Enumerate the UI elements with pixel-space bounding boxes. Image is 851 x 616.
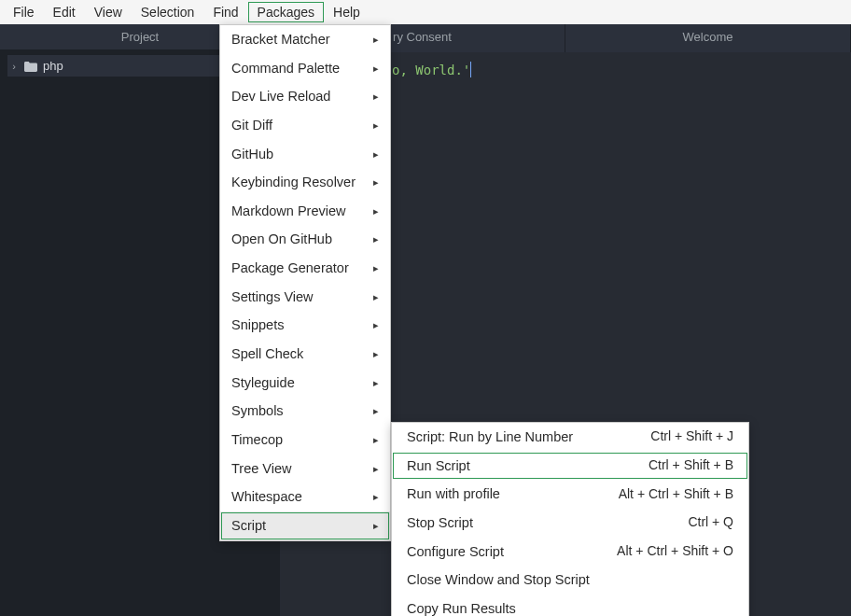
submenu-arrow-icon: ▸: [373, 231, 379, 248]
packages-item-git-diff[interactable]: Git Diff▸: [220, 111, 390, 140]
packages-item-symbols[interactable]: Symbols▸: [220, 397, 390, 426]
menu-item-label: Bracket Matcher: [231, 28, 330, 51]
submenu-arrow-icon: ▸: [373, 402, 379, 420]
text-cursor: [470, 62, 471, 77]
menu-item-label: Settings View: [231, 286, 314, 309]
packages-dropdown[interactable]: Bracket Matcher▸Command Palette▸Dev Live…: [219, 24, 391, 541]
menu-item-label: Snippets: [231, 314, 284, 337]
script-submenu[interactable]: Script: Run by Line NumberCtrl + Shift +…: [391, 422, 749, 616]
submenu-item-label: Script: Run by Line Number: [407, 426, 573, 449]
submenu-arrow-icon: ▸: [373, 60, 379, 77]
packages-item-timecop[interactable]: Timecop▸: [220, 426, 390, 455]
menu-item-label: Styleguide: [231, 371, 295, 395]
menu-item-label: Package Generator: [231, 257, 349, 280]
packages-item-spell-check[interactable]: Spell Check▸: [220, 340, 390, 369]
submenu-arrow-icon: ▸: [373, 146, 379, 163]
packages-item-whitespace[interactable]: Whitespace▸: [220, 483, 390, 511]
menubar-item-edit[interactable]: Edit: [44, 2, 85, 22]
menu-item-label: Whitespace: [231, 485, 302, 509]
menu-item-label: Symbols: [231, 399, 284, 423]
submenu-item-label: Stop Script: [407, 511, 473, 535]
menu-item-label: Markdown Preview: [231, 200, 346, 223]
menu-item-label: Git Diff: [231, 114, 272, 137]
keyboard-shortcut: Alt + Ctrl + Shift + B: [619, 483, 733, 506]
submenu-item-label: Configure Script: [407, 540, 504, 564]
menu-item-label: GitHub: [231, 143, 273, 166]
submenu-arrow-icon: ▸: [373, 345, 379, 363]
packages-item-github[interactable]: GitHub▸: [220, 140, 390, 169]
script-item-run-script[interactable]: Run ScriptCtrl + Shift + B: [392, 452, 748, 481]
script-item-close-window-and-stop-script[interactable]: Close Window and Stop Script: [392, 566, 748, 595]
packages-item-package-generator[interactable]: Package Generator▸: [220, 254, 390, 283]
packages-item-settings-view[interactable]: Settings View▸: [220, 283, 390, 312]
packages-item-command-palette[interactable]: Command Palette▸: [220, 54, 390, 83]
submenu-arrow-icon: ▸: [373, 31, 379, 49]
submenu-item-label: Copy Run Results: [407, 597, 516, 616]
menubar-item-file[interactable]: File: [4, 2, 44, 22]
menu-item-label: Keybinding Resolver: [231, 171, 356, 194]
chevron-right-icon: ›: [9, 61, 19, 72]
menubar-item-help[interactable]: Help: [324, 2, 370, 22]
tree-root-label: php: [43, 59, 63, 73]
folder-icon: [24, 61, 37, 71]
submenu-arrow-icon: ▸: [373, 431, 379, 449]
submenu-arrow-icon: ▸: [373, 374, 379, 392]
menu-item-label: Spell Check: [231, 343, 303, 366]
submenu-arrow-icon: ▸: [373, 316, 379, 334]
tab-welcome[interactable]: Welcome: [565, 24, 851, 52]
submenu-arrow-icon: ▸: [373, 488, 379, 506]
menubar: FileEditViewSelectionFindPackagesHelp: [0, 0, 851, 24]
menubar-item-packages[interactable]: Packages: [248, 2, 324, 22]
script-item-stop-script[interactable]: Stop ScriptCtrl + Q: [392, 509, 748, 538]
packages-item-open-on-github[interactable]: Open On GitHub▸: [220, 225, 390, 254]
keyboard-shortcut: Alt + Ctrl + Shift + O: [617, 540, 733, 563]
packages-item-snippets[interactable]: Snippets▸: [220, 311, 390, 340]
packages-item-markdown-preview[interactable]: Markdown Preview▸: [220, 197, 390, 226]
keyboard-shortcut: Ctrl + Q: [688, 511, 733, 534]
packages-item-tree-view[interactable]: Tree View▸: [220, 455, 390, 483]
submenu-item-label: Run Script: [407, 455, 470, 478]
menubar-item-view[interactable]: View: [85, 2, 132, 22]
script-item-configure-script[interactable]: Configure ScriptAlt + Ctrl + Shift + O: [392, 538, 748, 567]
packages-item-script[interactable]: Script▸: [220, 511, 390, 540]
menu-item-label: Script: [231, 514, 266, 538]
script-item-script-run-by-line-number[interactable]: Script: Run by Line NumberCtrl + Shift +…: [392, 423, 748, 452]
menu-item-label: Command Palette: [231, 57, 340, 80]
submenu-arrow-icon: ▸: [373, 203, 379, 220]
menu-item-label: Dev Live Reload: [231, 85, 330, 108]
menubar-item-find[interactable]: Find: [203, 2, 247, 22]
submenu-arrow-icon: ▸: [373, 88, 379, 105]
packages-item-keybinding-resolver[interactable]: Keybinding Resolver▸: [220, 168, 390, 197]
submenu-arrow-icon: ▸: [373, 517, 379, 535]
packages-item-bracket-matcher[interactable]: Bracket Matcher▸: [220, 25, 390, 54]
submenu-arrow-icon: ▸: [373, 259, 379, 277]
code-text: o, World.': [392, 63, 470, 77]
submenu-item-label: Run with profile: [407, 483, 500, 506]
submenu-arrow-icon: ▸: [373, 174, 379, 191]
packages-item-dev-live-reload[interactable]: Dev Live Reload▸: [220, 82, 390, 111]
submenu-arrow-icon: ▸: [373, 460, 379, 478]
packages-item-styleguide[interactable]: Styleguide▸: [220, 369, 390, 398]
submenu-arrow-icon: ▸: [373, 288, 379, 306]
menu-item-label: Timecop: [231, 428, 283, 452]
menubar-item-selection[interactable]: Selection: [132, 2, 204, 22]
script-item-copy-run-results[interactable]: Copy Run Results: [392, 595, 748, 616]
script-item-run-with-profile[interactable]: Run with profileAlt + Ctrl + Shift + B: [392, 480, 748, 509]
menu-item-label: Open On GitHub: [231, 228, 332, 251]
keyboard-shortcut: Ctrl + Shift + B: [649, 455, 733, 477]
menu-item-label: Tree View: [231, 457, 291, 481]
submenu-arrow-icon: ▸: [373, 117, 379, 134]
keyboard-shortcut: Ctrl + Shift + J: [650, 426, 733, 448]
submenu-item-label: Close Window and Stop Script: [407, 568, 590, 592]
